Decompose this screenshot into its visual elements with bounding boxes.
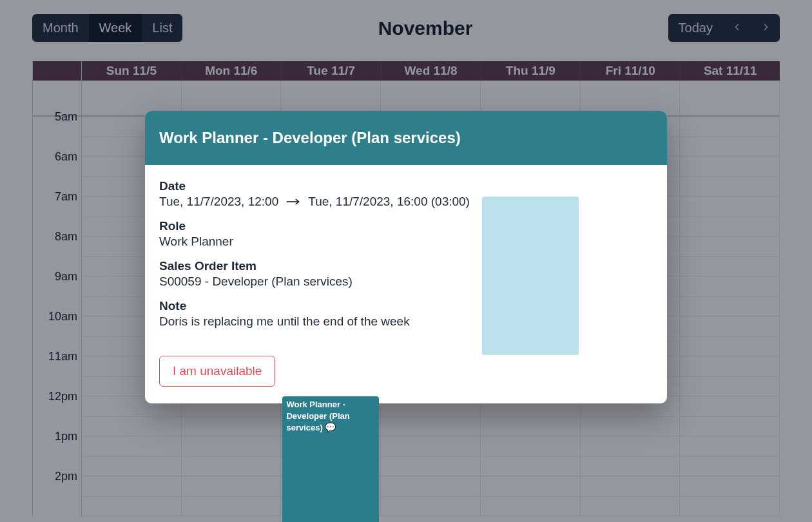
modal-body: Date Tue, 11/7/2023, 12:00 Tue, 11/7/202… [145, 165, 667, 403]
date-to: Tue, 11/7/2023, 16:00 (03:00) [308, 195, 470, 209]
speech-bubble-icon: 💬 [325, 422, 336, 432]
field-sales-order-item: Sales Order Item S00059 - Developer (Pla… [159, 259, 653, 289]
arrow-right-icon [286, 197, 300, 206]
calendar-event[interactable] [482, 197, 579, 355]
field-date: Date Tue, 11/7/2023, 12:00 Tue, 11/7/202… [159, 179, 653, 209]
calendar-event[interactable]: Work Planner - Developer (Plan services)… [282, 396, 379, 522]
field-value: S00059 - Developer (Plan services) [159, 275, 653, 289]
time-slot[interactable]: Work Planner - Developer (Plan services)… [281, 396, 381, 436]
field-value: Doris is replacing me until the end of t… [159, 314, 653, 329]
field-note: Note Doris is replacing me until the end… [159, 299, 653, 329]
modal-title: Work Planner - Developer (Plan services) [145, 111, 667, 165]
unavailable-button[interactable]: I am unavailable [159, 356, 275, 387]
field-label: Date [159, 179, 653, 193]
field-label: Note [159, 299, 653, 313]
date-from: Tue, 11/7/2023, 12:00 [159, 195, 278, 209]
field-value: Work Planner [159, 235, 653, 249]
field-label: Role [159, 219, 653, 233]
event-details-modal: Work Planner - Developer (Plan services)… [145, 111, 667, 403]
field-role: Role Work Planner [159, 219, 653, 249]
event-title: Work Planner - Developer (Plan services) [286, 400, 349, 432]
field-label: Sales Order Item [159, 259, 653, 273]
time-slot[interactable] [481, 197, 581, 237]
